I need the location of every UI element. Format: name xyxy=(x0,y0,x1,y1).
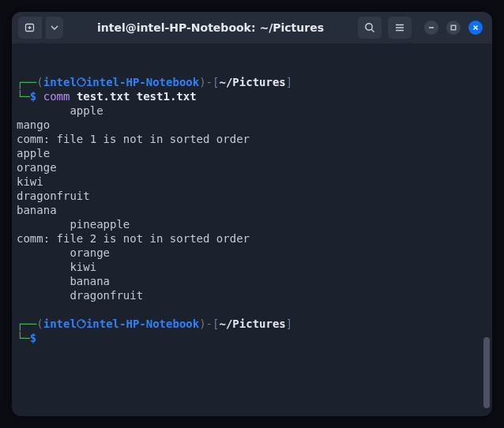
maximize-icon xyxy=(449,24,457,32)
prompt-path: ~/Pictures xyxy=(219,317,285,330)
titlebar: intel@intel-HP-Notebook: ~/Pictures xyxy=(12,12,492,43)
close-button[interactable] xyxy=(468,21,483,35)
output-line: kiwi xyxy=(17,260,486,274)
hamburger-icon xyxy=(393,21,406,34)
prompt-user: intel xyxy=(43,317,77,330)
output-line: banana xyxy=(17,203,486,217)
kali-logo-icon xyxy=(76,318,87,329)
terminal-body[interactable]: ┌──(intelintel-HP-Notebook)-[~/Pictures]… xyxy=(12,43,492,416)
output-line: apple xyxy=(17,146,486,160)
new-tab-icon xyxy=(24,21,36,34)
window-title: intel@intel-HP-Notebook: ~/Pictures xyxy=(70,21,352,34)
prompt-user: intel xyxy=(43,76,77,88)
prompt-line-1: ┌──(intelintel-HP-Notebook)-[~/Pictures] xyxy=(17,317,486,331)
chevron-down-icon xyxy=(51,24,58,32)
svg-point-3 xyxy=(366,24,372,30)
search-icon xyxy=(363,21,376,34)
output-line: orange xyxy=(17,160,486,175)
output-line: pineapple xyxy=(17,217,486,231)
prompt-line-2: └─$ xyxy=(17,331,486,345)
output-line: mango xyxy=(17,118,486,132)
output-line: dragonfruit xyxy=(17,288,486,302)
output-line: apple xyxy=(17,103,486,118)
scrollbar-thumb[interactable] xyxy=(483,337,490,408)
output-line: orange xyxy=(17,246,486,260)
svg-line-4 xyxy=(371,29,374,32)
new-tab-dropdown[interactable] xyxy=(46,17,63,39)
output-line: kiwi xyxy=(17,175,486,189)
close-icon xyxy=(472,24,480,32)
prompt-path: ~/Pictures xyxy=(219,76,285,88)
prompt-line-1: ┌──(intelintel-HP-Notebook)-[~/Pictures] xyxy=(17,75,486,89)
svg-point-15 xyxy=(82,321,85,323)
minimize-icon xyxy=(427,24,435,32)
prompt-symbol: $ xyxy=(30,332,36,344)
new-tab-button[interactable] xyxy=(18,17,42,39)
svg-rect-9 xyxy=(451,25,456,30)
minimize-button[interactable] xyxy=(424,21,438,35)
prompt-line-2: └─$ comm test.txt test1.txt xyxy=(17,89,486,103)
menu-button[interactable] xyxy=(388,17,412,39)
svg-point-13 xyxy=(82,79,85,81)
prompt-symbol: $ xyxy=(30,90,36,103)
terminal-window: intel@intel-HP-Notebook: ~/Pictures xyxy=(12,12,492,416)
output-line: comm: file 1 is not in sorted order xyxy=(17,132,486,146)
search-button[interactable] xyxy=(358,17,382,39)
command-args: test.txt test1.txt xyxy=(77,90,197,103)
output-line: comm: file 2 is not in sorted order xyxy=(17,231,486,246)
kali-logo-icon xyxy=(76,77,87,88)
maximize-button[interactable] xyxy=(446,21,461,35)
prompt-host: intel-HP-Notebook xyxy=(86,317,199,330)
output-line: banana xyxy=(17,274,486,288)
command-name: comm xyxy=(43,90,70,103)
output-line: dragonfruit xyxy=(17,189,486,203)
prompt-host: intel-HP-Notebook xyxy=(86,76,199,88)
